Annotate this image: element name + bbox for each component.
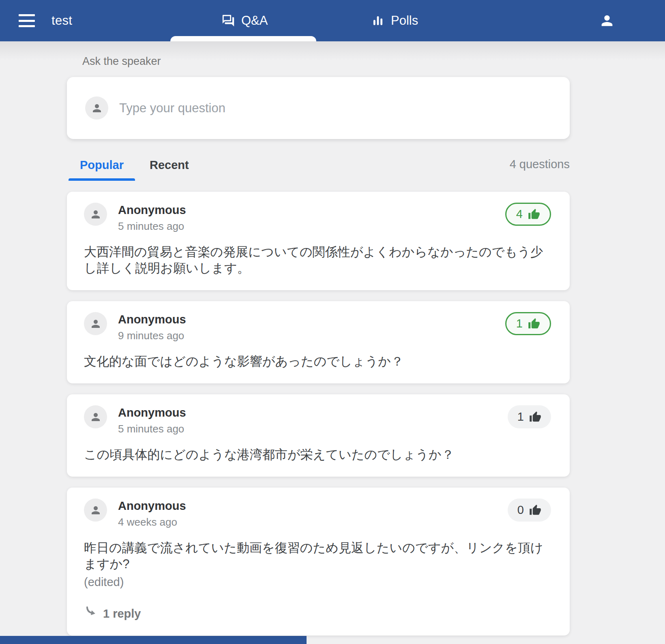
polls-bar-chart-icon	[371, 14, 385, 28]
thumb-up-icon	[529, 411, 541, 423]
like-count: 0	[517, 503, 524, 517]
question-meta: Anonymous 9 minutes ago	[118, 312, 186, 342]
question-card: Anonymous 5 minutes ago 4 大西洋間の貿易と音楽の発展に…	[67, 192, 570, 290]
like-count: 4	[516, 208, 523, 221]
person-icon[interactable]	[597, 11, 617, 31]
bottom-bar	[0, 636, 307, 644]
tab-polls-label: Polls	[391, 13, 418, 28]
question-text: この頃具体的にどのような港湾都市が栄えていたのでしょうか？	[84, 447, 551, 463]
replies-toggle[interactable]: 1 reply	[84, 605, 141, 622]
question-card: Anonymous 5 minutes ago 1 この頃具体的にどのような港湾…	[67, 394, 570, 477]
event-title: test	[51, 0, 72, 41]
question-author: Anonymous	[118, 203, 186, 217]
person-icon	[90, 208, 102, 220]
thumb-up-icon	[529, 504, 541, 516]
hamburger-bar	[19, 14, 35, 16]
question-card: Anonymous 9 minutes ago 1 文化的な面ではどのような影響…	[67, 301, 570, 383]
question-count: 4 questions	[510, 158, 570, 181]
tab-recent[interactable]: Recent	[137, 145, 202, 181]
hamburger-bar	[19, 25, 35, 27]
question-header: Anonymous 9 minutes ago 1	[84, 312, 551, 342]
question-timestamp: 9 minutes ago	[118, 329, 186, 342]
reply-count-label: 1 reply	[103, 607, 141, 620]
tab-polls[interactable]: Polls	[371, 0, 418, 41]
tab-qa-label: Q&A	[241, 13, 268, 28]
question-text: 大西洋間の貿易と音楽の発展についての関係性がよくわからなかったのでもう少し詳しく…	[84, 244, 551, 276]
like-count: 1	[516, 317, 523, 330]
qa-chat-bubbles-icon	[221, 14, 235, 28]
person-icon	[91, 102, 103, 114]
like-button[interactable]: 1	[508, 405, 551, 428]
reply-arrow-icon	[84, 605, 97, 622]
question-header: Anonymous 5 minutes ago 1	[84, 405, 551, 435]
question-text: 文化的な面ではどのような影響があったのでしょうか？	[84, 353, 551, 370]
question-meta: Anonymous 4 weeks ago	[118, 499, 186, 528]
thumb-up-icon	[528, 208, 540, 220]
person-icon	[90, 318, 102, 330]
like-button[interactable]: 0	[508, 499, 551, 522]
like-count: 1	[517, 410, 524, 424]
app-header: test Q&A Polls	[0, 0, 665, 41]
question-timestamp: 5 minutes ago	[118, 220, 186, 233]
question-author: Anonymous	[118, 499, 186, 513]
avatar	[84, 499, 107, 522]
question-timestamp: 4 weeks ago	[118, 516, 186, 528]
ask-the-speaker-label: Ask the speaker	[82, 41, 570, 68]
active-tab-indicator	[170, 36, 316, 41]
question-header: Anonymous 5 minutes ago 4	[84, 203, 551, 233]
tab-qa[interactable]: Q&A	[221, 0, 268, 41]
question-header: Anonymous 4 weeks ago 0	[84, 499, 551, 528]
hamburger-bar	[19, 20, 35, 22]
question-timestamp: 5 minutes ago	[118, 423, 186, 435]
avatar	[84, 203, 107, 226]
like-button[interactable]: 1	[505, 312, 551, 335]
question-text: 昨日の講義で流されていた動画を復習のため見返したいのですが、リンクを頂けますか?	[84, 540, 551, 572]
question-author: Anonymous	[118, 313, 186, 326]
tab-popular[interactable]: Popular	[67, 145, 137, 181]
question-card: Anonymous 4 weeks ago 0 昨日の講義で流されていた動画を復…	[67, 488, 570, 635]
question-meta: Anonymous 5 minutes ago	[118, 405, 186, 435]
person-icon	[90, 504, 102, 516]
qa-page: Ask the speaker Popular Recent 4 questio…	[67, 41, 570, 635]
avatar	[85, 96, 108, 120]
question-author: Anonymous	[118, 406, 186, 419]
filter-row: Popular Recent 4 questions	[67, 145, 570, 181]
question-meta: Anonymous 5 minutes ago	[118, 203, 186, 233]
like-button[interactable]: 4	[505, 203, 551, 226]
thumb-up-icon	[528, 318, 540, 330]
hamburger-menu-icon[interactable]	[19, 13, 35, 28]
person-icon	[90, 411, 102, 423]
ask-question-card	[67, 77, 570, 139]
edited-label: (edited)	[84, 574, 551, 590]
avatar	[84, 312, 107, 335]
avatar	[84, 405, 107, 428]
question-input[interactable]	[119, 101, 551, 116]
